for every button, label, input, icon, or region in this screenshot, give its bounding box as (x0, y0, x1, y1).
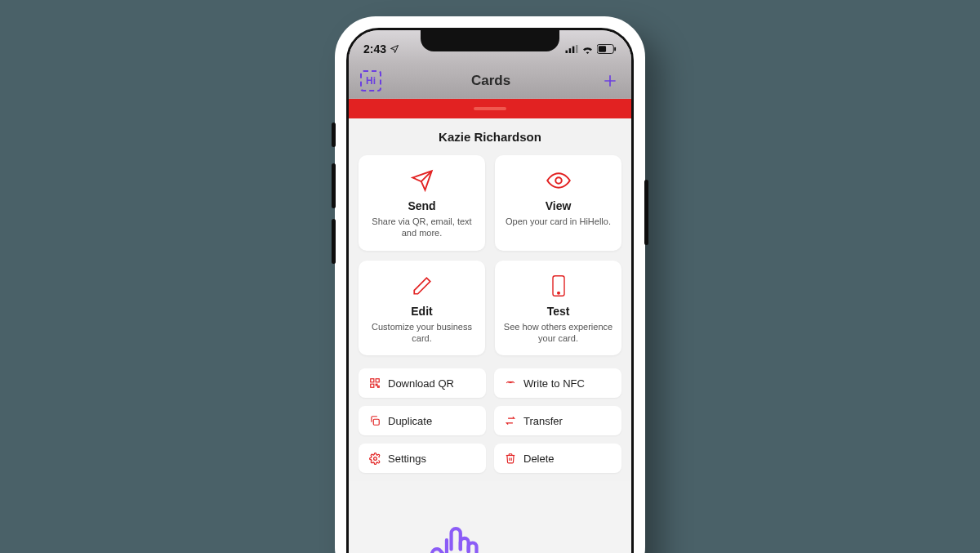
edit-subtitle: Customize your business card. (367, 321, 477, 345)
card-actions-sheet: Kazie Richardson Send Share via QR, emai… (349, 99, 631, 481)
gear-icon (368, 452, 381, 465)
download-qr-button[interactable]: Download QR (359, 368, 486, 398)
delete-button[interactable]: Delete (494, 444, 621, 473)
send-icon (410, 168, 434, 193)
add-button[interactable] (600, 71, 620, 91)
svg-rect-2 (572, 47, 575, 53)
phone-frame: 2:43 Hi Cards (335, 16, 645, 553)
svg-rect-16 (378, 386, 380, 388)
svg-rect-13 (376, 379, 379, 382)
duplicate-label: Duplicate (388, 415, 432, 427)
download-qr-label: Download QR (388, 377, 454, 390)
delete-label: Delete (523, 453, 555, 465)
transfer-button[interactable]: Transfer (494, 406, 621, 435)
duplicate-button[interactable]: Duplicate (359, 406, 486, 435)
plus-icon (602, 73, 618, 89)
tap-gesture-icon (421, 517, 495, 553)
mobile-icon (546, 274, 571, 298)
trash-icon (504, 452, 517, 465)
edit-tile[interactable]: Edit Customize your business card. (359, 261, 485, 356)
test-subtitle: See how others experience your card. (503, 321, 613, 345)
sheet-drag-bar[interactable] (349, 99, 631, 118)
status-time: 2:43 (363, 42, 386, 56)
app-logo-button[interactable]: Hi (360, 70, 381, 91)
write-nfc-label: Write to NFC (523, 377, 585, 390)
settings-button[interactable]: Settings (359, 444, 486, 473)
svg-rect-15 (376, 384, 377, 386)
nav-title: Cards (471, 73, 510, 89)
battery-icon (597, 44, 617, 54)
drag-handle-icon (474, 107, 506, 110)
svg-rect-12 (371, 379, 374, 382)
copy-icon (368, 414, 381, 427)
nfc-icon (504, 377, 517, 390)
svg-point-11 (557, 292, 559, 294)
test-tile[interactable]: Test See how others experience your card… (495, 261, 621, 356)
svg-rect-0 (566, 51, 568, 53)
notch (421, 30, 559, 51)
svg-rect-1 (569, 48, 572, 53)
eye-icon (546, 168, 571, 193)
pencil-icon (410, 274, 434, 298)
svg-rect-17 (373, 419, 379, 425)
svg-rect-14 (371, 384, 374, 387)
view-title: View (503, 199, 613, 212)
transfer-icon (504, 414, 517, 427)
edit-title: Edit (367, 305, 477, 318)
send-subtitle: Share via QR, email, text and more. (367, 216, 477, 239)
test-title: Test (503, 305, 613, 318)
settings-label: Settings (388, 453, 426, 465)
svg-rect-3 (576, 45, 578, 53)
view-tile[interactable]: View Open your card in HiHello. (495, 155, 621, 251)
card-owner-name: Kazie Richardson (359, 130, 621, 144)
send-title: Send (367, 199, 477, 212)
svg-point-18 (373, 457, 376, 460)
svg-rect-6 (614, 47, 616, 51)
wifi-icon (581, 45, 594, 54)
qr-icon (368, 377, 381, 390)
nav-bar: Hi Cards (349, 63, 631, 99)
transfer-label: Transfer (523, 415, 563, 427)
send-tile[interactable]: Send Share via QR, email, text and more. (359, 155, 485, 251)
signal-icon (565, 45, 578, 53)
location-icon (390, 44, 399, 54)
view-subtitle: Open your card in HiHello. (503, 216, 613, 227)
write-nfc-button[interactable]: Write to NFC (494, 368, 621, 398)
svg-point-9 (555, 177, 562, 184)
svg-rect-5 (599, 46, 606, 51)
